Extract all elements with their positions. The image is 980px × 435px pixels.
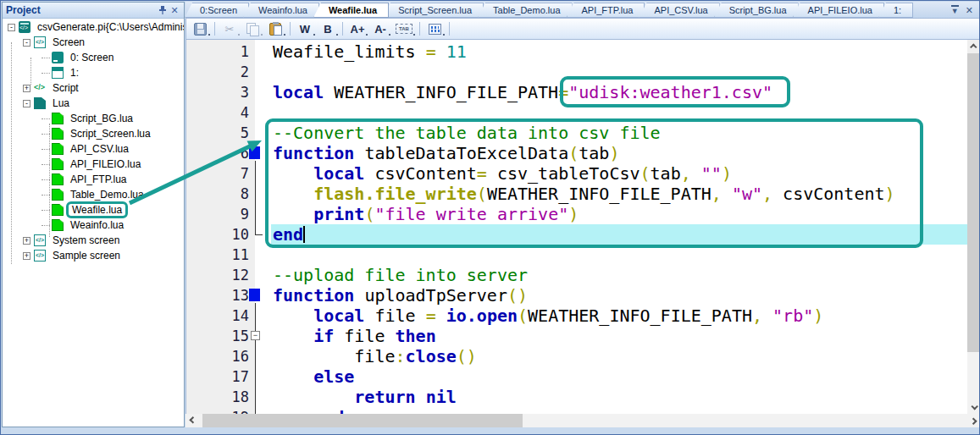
copy-icon (246, 23, 258, 35)
screen-group-icon (34, 36, 46, 48)
fold-marker[interactable] (249, 289, 260, 301)
horizontal-scrollbar-thumb[interactable] (202, 414, 523, 427)
tab-weainfo-lua[interactable]: Weainfo.lua (243, 3, 319, 18)
tree-item-lua[interactable]: -Lua (23, 96, 72, 111)
code-line-6[interactable]: 6function tableDataToExcelData(tab) (186, 143, 967, 163)
tab-scroll-menu-icon[interactable]: ▼ (951, 5, 959, 15)
code-line-15[interactable]: 15 if file then (186, 326, 967, 346)
copy-button[interactable] (244, 20, 261, 37)
tree-expander-icon[interactable]: - (8, 24, 15, 31)
tab-api-csv-lua[interactable]: API_CSV.lua (639, 3, 719, 18)
code-line-9[interactable]: 9 print("file write arrive") (186, 204, 967, 224)
tree-item-script-screen-lua[interactable]: Script_Screen.lua (42, 126, 153, 141)
scroll-down-arrow[interactable] (967, 400, 980, 414)
line-number: 19 (186, 407, 249, 414)
code-line-14[interactable]: 14 local file = io.open(WEATHER_INFO_FIL… (186, 306, 967, 326)
fold-collapse-box[interactable]: − (251, 331, 260, 340)
code-line-11[interactable]: 11 (186, 245, 967, 265)
code-editor[interactable]: 1Weafile_limits = 1123local WEATHER_INFO… (185, 40, 967, 414)
cut-button[interactable]: ✂ (221, 20, 238, 37)
tree-item-label: 0: Screen (68, 51, 116, 64)
tree-item-script[interactable]: +Script (23, 80, 81, 96)
tab-bar: 0:ScreenWeainfo.luaWeafile.luaScript_Scr… (185, 2, 980, 18)
code-line-2[interactable]: 2 (186, 62, 967, 82)
lua-file-icon (52, 128, 64, 140)
tree-expander-icon[interactable]: + (23, 85, 30, 92)
save-icon (194, 23, 207, 36)
code-line-13[interactable]: 13function uploadTpServer() (186, 285, 967, 306)
grid-icon (429, 24, 441, 35)
code-line-16[interactable]: 16 file:close() (186, 346, 967, 366)
tree-expander-icon[interactable]: - (23, 39, 30, 47)
line-number: 14 (186, 306, 249, 326)
screen1-icon (52, 67, 64, 79)
editor-grid-button[interactable] (426, 20, 443, 37)
word-wrap-button[interactable]: W (296, 20, 313, 37)
font-increase-button[interactable]: A+ (349, 20, 366, 37)
tab-script-screen-lua[interactable]: Script_Screen.lua (383, 3, 484, 18)
line-number: 17 (186, 366, 249, 387)
tree-item-1-[interactable]: 1: (42, 65, 81, 80)
panel-close-icon[interactable]: ✕ (169, 5, 180, 16)
tree-item-api-fileio-lua[interactable]: API_FILEIO.lua (42, 157, 143, 172)
tab-script-bg-lua[interactable]: Script_BG.lua (714, 3, 799, 18)
code-line-3[interactable]: 3local WEATHER_INFO_FILE_PATH="udisk:wea… (186, 82, 967, 102)
horizontal-scrollbar[interactable] (185, 414, 980, 427)
tab-indent-button[interactable]: TAB (395, 20, 413, 37)
tree-expander-icon[interactable]: + (23, 237, 30, 245)
tab-close-icon[interactable]: ✕ (966, 6, 973, 14)
tab-api-fileio-lua[interactable]: API_FILEIO.lua (793, 3, 884, 18)
pin-icon[interactable] (157, 5, 169, 16)
tree-item-weafile-lua[interactable]: Weafile.lua (42, 202, 128, 218)
line-number: 13 (186, 285, 249, 306)
line-number: 3 (186, 82, 249, 102)
vertical-scrollbar-thumb[interactable] (967, 53, 980, 352)
tab-weafile-lua[interactable]: Weafile.lua (313, 3, 389, 18)
scroll-left-arrow[interactable] (185, 414, 199, 427)
tree-item-0-screen[interactable]: 0: Screen (42, 50, 116, 65)
tab-table-demo-lua[interactable]: Table_Demo.lua (478, 3, 573, 18)
tree-item-label: Weafile.lua (66, 201, 128, 218)
code-text: local file = io.open(WEATHER_INFO_FILE_P… (273, 306, 823, 326)
tree-item-weainfo-lua[interactable]: Weainfo.lua (42, 218, 126, 233)
tree-expander-icon[interactable]: + (23, 252, 30, 260)
code-line-4[interactable]: 4 (186, 102, 967, 123)
line-number: 4 (186, 102, 249, 123)
code-line-19[interactable]: 19 end (186, 407, 967, 414)
window-bottom-strip (1, 427, 980, 435)
vertical-scrollbar[interactable] (967, 40, 980, 414)
scroll-up-arrow[interactable] (967, 40, 980, 53)
code-line-12[interactable]: 12--upload file into server (186, 265, 967, 285)
tree-item-api-ftp-lua[interactable]: API_FTP.lua (42, 172, 129, 187)
font-decrease-button[interactable]: A- (372, 20, 389, 37)
code-text: local WEATHER_INFO_FILE_PATH="udisk:weat… (273, 82, 772, 102)
code-line-1[interactable]: 1Weafile_limits = 11 (186, 41, 967, 62)
tree-item-table-demo-lua[interactable]: Table_Demo.lua (42, 187, 147, 202)
fold-marker[interactable] (249, 146, 260, 159)
tree-item-sample-screen[interactable]: +Sample screen (23, 248, 123, 263)
tree-item-screen[interactable]: -Screen (23, 35, 87, 50)
line-number: 16 (186, 346, 249, 366)
tab-api-ftp-lua[interactable]: API_FTP.lua (567, 3, 645, 18)
tab-0-screen[interactable]: 0:Screen (185, 3, 249, 18)
paste-button[interactable] (267, 20, 284, 37)
code-line-17[interactable]: 17 else (186, 366, 967, 387)
line-number: 6 (186, 143, 249, 163)
code-text: function uploadTpServer() (273, 285, 528, 306)
tree-connector (42, 58, 50, 58)
code-line-8[interactable]: 8 flash.file_write(WEATHER_INFO_FILE_PAT… (186, 184, 967, 204)
code-line-18[interactable]: 18 return nil (186, 387, 967, 407)
tree-item-script-bg-lua[interactable]: Script_BG.lua (42, 111, 136, 126)
save-button[interactable] (191, 20, 208, 37)
tree-expander-icon[interactable]: - (23, 100, 30, 107)
tree-item-label: Lua (50, 96, 72, 110)
tree-item-system-screen[interactable]: +System screen (23, 233, 122, 248)
tree-item-csvgenerate-pi-c-users-adminis[interactable]: -csvGenerate.pi{C:\Users\Adminis (8, 19, 184, 35)
tree-item-label: Table_Demo.lua (68, 188, 147, 201)
scroll-right-arrow[interactable] (967, 414, 980, 427)
code-line-7[interactable]: 7 local csvContent= csv_tableToCsv(tab, … (186, 163, 967, 184)
tree-item-api-csv-lua[interactable]: API_CSV.lua (42, 141, 131, 157)
code-line-5[interactable]: 5--Convert the table data into csv file (186, 123, 967, 143)
code-text: else (273, 366, 354, 387)
bold-button[interactable]: B (319, 20, 336, 37)
